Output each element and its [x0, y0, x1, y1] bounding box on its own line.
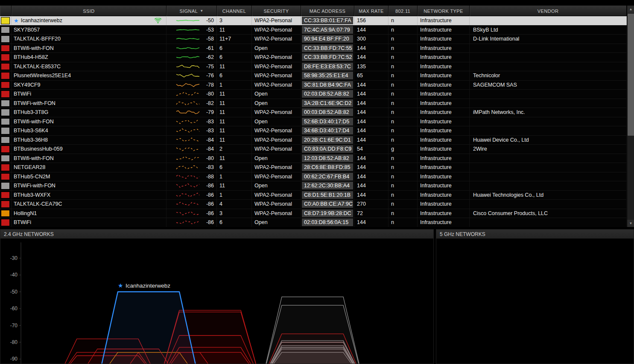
vendor-value — [470, 16, 627, 25]
network-type-value: Infrastructure — [418, 126, 470, 135]
network-color-indicator — [1, 210, 10, 217]
security-value: WPA2-Personal — [252, 62, 301, 71]
max-rate-value: 144 — [354, 81, 389, 90]
network-color-indicator — [1, 164, 10, 171]
network-row[interactable]: BTWiFi-with-FON -82 11 Open 3A:2B:C1:6E:… — [0, 99, 627, 108]
vendor-value: Technicolor — [470, 71, 627, 80]
vendor-value — [470, 172, 627, 181]
scroll-up-button[interactable]: ▲ — [627, 6, 634, 13]
max-rate-value: 144 — [354, 218, 389, 227]
max-rate-value: 135 — [354, 62, 389, 71]
wifi-signal-icon — [154, 18, 162, 23]
vertical-scrollbar[interactable]: ▲ ▼ — [627, 6, 634, 227]
network-row[interactable]: BTWifi-with-FON -61 6 Open CC:33:BB:FD:7… — [0, 44, 627, 53]
vendor-value: SAGEMCOM SAS — [470, 81, 627, 90]
security-value: WPA2-Personal — [252, 145, 301, 154]
network-type-value: Infrastructure — [418, 99, 470, 108]
column-header-80211[interactable]: 802.11 — [389, 6, 418, 16]
channel-value: 11 — [217, 26, 252, 35]
networks-table: SSID SIGNAL▼ CHANNEL SECURITY MAC ADDRES… — [0, 0, 634, 227]
network-row[interactable]: BTWiFi -80 11 Open 02:03:D8:52:AB:82 144… — [0, 90, 627, 99]
channel-graphs: 2.4 GHz NETWORKS -30-40-50-60-70-80-90★I… — [0, 229, 634, 364]
network-color-indicator — [1, 173, 10, 181]
network-type-value: Infrastructure — [418, 26, 470, 35]
scrollbar-thumb[interactable] — [628, 14, 634, 136]
network-type-value: Infrastructure — [418, 136, 470, 145]
channel-graph-5ghz[interactable] — [436, 239, 634, 364]
column-header-channel[interactable]: CHANNEL — [217, 6, 252, 16]
network-row[interactable]: ★ Icanhazinterwebz -50 3 WPA2-Personal C… — [0, 16, 627, 26]
network-row[interactable]: BTBusinessHub-059 -84 2 WPA2-Personal C0… — [0, 145, 627, 154]
network-color-indicator — [1, 90, 10, 98]
ssid-label: SKY7B057 — [14, 27, 40, 33]
80211-value: n — [389, 172, 418, 181]
signal-sparkline — [176, 45, 200, 51]
channel-value: 1 — [217, 191, 252, 200]
column-header-vendor[interactable]: VENDOR — [470, 6, 627, 16]
network-row[interactable]: BTHub3-WXFX -86 1 WPA2-Personal C8:D1:5E… — [0, 191, 627, 200]
vendor-value: Huawei Technologies Co., Ltd — [470, 191, 627, 200]
max-rate-value: 144 — [354, 136, 389, 145]
network-row[interactable]: BTHub5-CN2M -88 1 WPA2-Personal 00:62:2C… — [0, 172, 627, 182]
network-color-indicator — [1, 63, 10, 70]
mac-address: C8:D1:5E:B1:20:1B — [302, 191, 353, 199]
max-rate-value: 144 — [354, 108, 389, 117]
network-row[interactable]: HollingN1 -86 3 WPA2-Personal C8:D7:19:9… — [0, 209, 627, 218]
network-row[interactable]: SKY7B057 -53 11 WPA2-Personal 7C:4C:A5:9… — [0, 26, 627, 35]
column-header-indicator[interactable] — [0, 6, 12, 16]
network-row[interactable]: BTWifi-with-FON -83 11 Open 52:6B:D3:40:… — [0, 117, 627, 127]
network-row[interactable]: PlusnetWireless25E1E4 -76 6 WPA2-Persona… — [0, 71, 627, 81]
signal-sparkline — [176, 100, 200, 106]
max-rate-value: 144 — [354, 172, 389, 181]
column-header-ssid[interactable]: SSID — [12, 6, 167, 16]
vendor-value — [470, 53, 627, 62]
channel-value: 1 — [217, 81, 252, 90]
channel-graph-24ghz[interactable]: -30-40-50-60-70-80-90★Icanhazinterwebz — [0, 239, 433, 364]
network-row[interactable]: TALKTALK-E8537C -75 11 WPA2-Personal D8:… — [0, 62, 627, 72]
network-type-value: Infrastructure — [418, 163, 470, 172]
signal-value: -53 — [204, 27, 214, 33]
network-color-indicator — [1, 54, 10, 61]
panel-24ghz: 2.4 GHz NETWORKS -30-40-50-60-70-80-90★I… — [0, 229, 434, 364]
network-row[interactable]: BTHub3-S6K4 -83 11 WPA2-Personal 34:6B:D… — [0, 126, 627, 136]
security-value: WPA2-Personal — [252, 108, 301, 117]
network-row[interactable]: BTHub4-H58Z -62 6 WPA2-Personal CC:33:BB… — [0, 53, 627, 62]
scroll-down-button[interactable]: ▼ — [627, 220, 634, 227]
security-value: WPA2-Personal — [252, 136, 301, 145]
signal-value: -84 — [204, 137, 214, 143]
signal-sparkline — [176, 201, 200, 207]
max-rate-value: 300 — [354, 35, 389, 44]
network-row[interactable]: TALKTALK-BFFF20 -58 11+7 WPA2-Personal 9… — [0, 35, 627, 44]
column-header-mac-address[interactable]: MAC ADDRESS — [301, 6, 354, 16]
ssid-label: BTWifi-with-FON — [14, 155, 54, 161]
channel-value: 11+7 — [217, 35, 252, 44]
signal-sparkline — [176, 54, 200, 60]
80211-value: n — [389, 53, 418, 62]
column-header-security[interactable]: SECURITY — [252, 6, 301, 16]
svg-text:-90: -90 — [10, 356, 18, 362]
column-header-signal[interactable]: SIGNAL▼ — [167, 6, 217, 16]
network-row[interactable]: NETGEAR28 -83 6 WPA2-Personal 28:C6:8E:B… — [0, 163, 627, 172]
80211-value: n — [389, 35, 418, 44]
column-header-max-rate[interactable]: MAX RATE — [354, 6, 389, 16]
channel-value: 3 — [217, 16, 252, 25]
vendor-value — [470, 90, 627, 99]
network-row[interactable]: BTHub3-36H8 -84 11 WPA2-Personal 20:2B:C… — [0, 136, 627, 145]
vendor-value: 2Wire — [470, 145, 627, 154]
security-value: Open — [252, 117, 301, 126]
mac-address: D8:FE:E3:E8:53:7C — [302, 63, 353, 70]
network-row[interactable]: BTHub3-3T8G -79 11 WPA2-Personal 00:03:D… — [0, 108, 627, 117]
network-row[interactable]: BTWiFi -86 6 Open 02:03:D8:56:0A:15 144 … — [0, 218, 627, 227]
network-row[interactable]: TALKTALK-CEA79C -86 4 WPA2-Personal C0:A… — [0, 200, 627, 209]
channel-value: 11 — [217, 108, 252, 117]
ssid-label: BTWiFi-with-FON — [14, 100, 56, 106]
vendor-value — [470, 200, 627, 209]
vendor-value — [470, 99, 627, 108]
network-row[interactable]: BTWifi-with-FON -80 11 Open 12:03:D8:52:… — [0, 154, 627, 163]
table-body: ★ Icanhazinterwebz -50 3 WPA2-Personal C… — [0, 16, 634, 227]
column-header-network-type[interactable]: NETWORK TYPE — [418, 6, 470, 16]
network-row[interactable]: BTWiFi-with-FON -86 11 Open 12:62:2C:30:… — [0, 181, 627, 191]
network-row[interactable]: SKY49CF9 -78 1 WPA2-Personal 3C:81:D8:B4… — [0, 81, 627, 90]
network-type-value: Infrastructure — [418, 145, 470, 154]
security-value: WPA2-Personal — [252, 53, 301, 62]
